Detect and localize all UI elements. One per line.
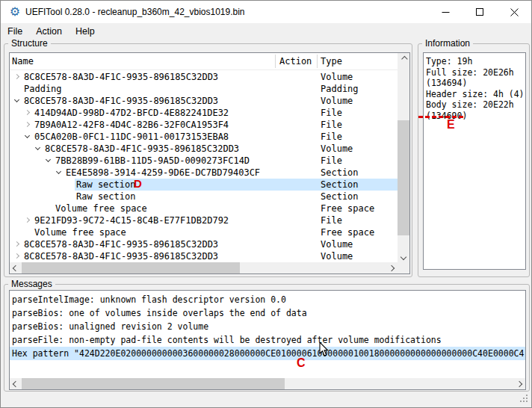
message-line[interactable]: parseBios: one of volumes inside overlap… <box>10 306 525 320</box>
message-line[interactable]: Hex pattern "424D220E0200000000003600000… <box>10 347 525 360</box>
tree-row[interactable]: 414D94AD-998D-47D2-BFCD-4E882241DE32 Fil… <box>10 107 398 119</box>
tree-item-name: 05CA020B-0FC1-11DC-9011-00173153EBA8 <box>34 131 229 143</box>
column-header-name[interactable]: Name <box>12 53 34 69</box>
scroll-left-button[interactable] <box>10 262 22 273</box>
tree-item-name: 8C8CE578-8A3D-4F1C-9935-896185C32DD3 <box>24 250 218 262</box>
scrollbar-thumb[interactable] <box>22 262 240 273</box>
tree-row[interactable]: 9E21FD93-9C72-4C15-8C4B-E77F1DB2D792 Fil… <box>10 214 398 226</box>
tree-row[interactable]: Padding Padding <box>10 83 398 95</box>
scrollbar-thumb[interactable] <box>398 120 409 235</box>
chevron-down-icon <box>400 253 406 259</box>
messages-horizontal-scrollbar[interactable] <box>10 378 525 389</box>
tree-row[interactable]: 8C8CE578-8A3D-4F1C-9935-896185C32DD3 Vol… <box>10 238 398 250</box>
messages-label: Messages <box>8 279 55 289</box>
information-line: Body size: 20E22h <box>426 99 525 111</box>
information-label: Information <box>422 38 473 49</box>
tree-expand-chevron-icon[interactable] <box>25 122 30 127</box>
message-line[interactable]: parseFile: non-empty pad-file contents w… <box>10 333 525 347</box>
scroll-right-button[interactable] <box>513 378 525 389</box>
tree-expand-chevron-icon[interactable] <box>14 74 19 79</box>
tree-item-type: Section <box>321 191 359 203</box>
information-line: Full size: 20E26h <box>426 67 525 78</box>
tree-item-name: Volume free space <box>55 203 147 214</box>
tree-rows: 8C8CE578-8A3D-4F1C-9935-896185C32DD3 Vol… <box>10 53 398 262</box>
close-button[interactable] <box>497 1 531 23</box>
structure-label: Structure <box>8 38 51 49</box>
menu-item[interactable]: File <box>1 23 29 40</box>
annotation-letter-d: D <box>134 178 142 189</box>
tree-vertical-scrollbar[interactable] <box>398 53 409 262</box>
chevron-left-icon <box>13 265 19 271</box>
minimize-button[interactable] <box>428 1 463 23</box>
titlebar[interactable]: ⚙ UEFITool 0.28.0 - recleanup_b360m_42_v… <box>1 1 531 23</box>
structure-groupbox: Structure 8C8CE578-8A3D-4F1C-9935-896185… <box>4 43 412 277</box>
tree-expand-chevron-icon[interactable] <box>25 217 30 223</box>
tree-row[interactable]: 8C8CE578-8A3D-4F1C-9935-896185C32DD3 Vol… <box>10 143 398 155</box>
column-header-type[interactable]: Type <box>321 53 342 69</box>
tree-expand-chevron-icon[interactable] <box>35 145 40 150</box>
scroll-left-button[interactable] <box>10 378 22 389</box>
tree-row[interactable]: 8C8CE578-8A3D-4F1C-9935-896185C32DD3 Vol… <box>10 71 398 83</box>
information-panel[interactable]: Type: 19hFull size: 20E26h(134694)Header… <box>423 52 526 270</box>
message-line[interactable]: parseIntelImage: unknown flash descripto… <box>10 293 525 306</box>
tree-item-name: 8C8CE578-8A3D-4F1C-9935-896185C32DD3 <box>45 143 239 155</box>
structure-tree[interactable]: 8C8CE578-8A3D-4F1C-9935-896185C32DD3 Vol… <box>9 52 410 274</box>
tree-expand-chevron-icon[interactable] <box>56 169 61 174</box>
tree-item-name: Padding <box>24 83 62 95</box>
tree-item-type: Volume <box>321 143 353 155</box>
tree-row[interactable]: Raw section Section <box>10 179 398 191</box>
message-lines: parseIntelImage: unknown flash descripto… <box>10 293 525 360</box>
tree-item-type: File <box>321 119 342 131</box>
window-title: UEFITool 0.28.0 - recleanup_b360m_42_vbi… <box>25 1 245 23</box>
resize-grip[interactable] <box>520 395 528 403</box>
tree-item-name: Volume free space <box>34 226 126 238</box>
mouse-cursor-icon <box>319 342 330 357</box>
tree-expand-chevron-icon[interactable] <box>25 133 30 138</box>
tree-row[interactable]: 05CA020B-0FC1-11DC-9011-00173153EBA8 Fil… <box>10 131 398 143</box>
tree-expand-chevron-icon[interactable] <box>46 157 51 162</box>
message-line[interactable]: parseBios: unaligned revision 2 volume <box>10 320 525 333</box>
tree-item-name: Raw section <box>76 179 135 191</box>
information-line: Type: 19h <box>426 56 525 67</box>
tree-expand-chevron-icon[interactable] <box>25 110 30 115</box>
menu-item[interactable]: Help <box>69 23 102 40</box>
tree-row[interactable]: 7B9A0A12-42F8-4D4C-82B6-32F0CA1953F4 Fil… <box>10 119 398 131</box>
tree-row[interactable]: Raw section Section <box>10 191 398 203</box>
tree-row[interactable]: Volume free space Free space <box>10 226 398 238</box>
tree-row[interactable]: 8C8CE578-8A3D-4F1C-9935-896185C32DD3 Vol… <box>10 95 398 107</box>
annotation-letter-e: E <box>447 119 455 130</box>
column-header-action[interactable]: Action <box>279 53 312 69</box>
tree-item-name: 414D94AD-998D-47D2-BFCD-4E882241DE32 <box>34 107 229 119</box>
tree-horizontal-scrollbar[interactable] <box>10 262 398 273</box>
tree-expand-chevron-icon[interactable] <box>14 253 19 259</box>
scrollbar-thumb[interactable] <box>22 378 285 389</box>
tree-item-name: 9E21FD93-9C72-4C15-8C4B-E77F1DB2D792 <box>34 214 229 226</box>
maximize-button[interactable] <box>463 1 497 23</box>
scroll-up-button[interactable] <box>398 53 409 64</box>
tree-expand-chevron-icon[interactable] <box>14 97 19 102</box>
tree-item-type: Volume <box>321 250 353 262</box>
tree-row[interactable]: 8C8CE578-8A3D-4F1C-9935-896185C32DD3 Vol… <box>10 250 398 262</box>
scrollbar-corner <box>398 262 409 273</box>
tree-item-name: 7BB28B99-61BB-11D5-9A5D-0090273FC14D <box>55 155 250 167</box>
maximize-icon <box>476 8 484 16</box>
tree-item-name: 8C8CE578-8A3D-4F1C-9935-896185C32DD3 <box>24 71 218 83</box>
tree-row[interactable]: Volume free space Free space <box>10 203 398 214</box>
tree-item-name: 8C8CE578-8A3D-4F1C-9935-896185C32DD3 <box>24 95 218 107</box>
uefitool-window: ⚙ UEFITool 0.28.0 - recleanup_b360m_42_v… <box>0 0 532 408</box>
tree-item-name: 7B9A0A12-42F8-4D4C-82B6-32F0CA1953F4 <box>34 119 229 131</box>
tree-item-type: Section <box>321 179 359 191</box>
tree-expand-chevron-icon[interactable] <box>14 241 19 247</box>
scroll-down-button[interactable] <box>398 251 409 262</box>
chevron-right-icon <box>516 380 522 386</box>
window-controls <box>428 1 531 23</box>
column-separator[interactable] <box>275 55 276 68</box>
column-separator[interactable] <box>317 55 318 68</box>
tree-row[interactable]: 7BB28B99-61BB-11D5-9A5D-0090273FC14D Fil… <box>10 155 398 167</box>
tree-row[interactable]: EE4E5898-3914-4259-9D6E-DC7BD79403CF Sec… <box>10 167 398 179</box>
menu-item[interactable]: Action <box>29 23 69 40</box>
tree-header: Name Action Type <box>10 53 398 70</box>
messages-list[interactable]: parseIntelImage: unknown flash descripto… <box>9 290 526 390</box>
scroll-right-button[interactable] <box>386 262 398 273</box>
tree-item-type: Volume <box>321 71 353 83</box>
